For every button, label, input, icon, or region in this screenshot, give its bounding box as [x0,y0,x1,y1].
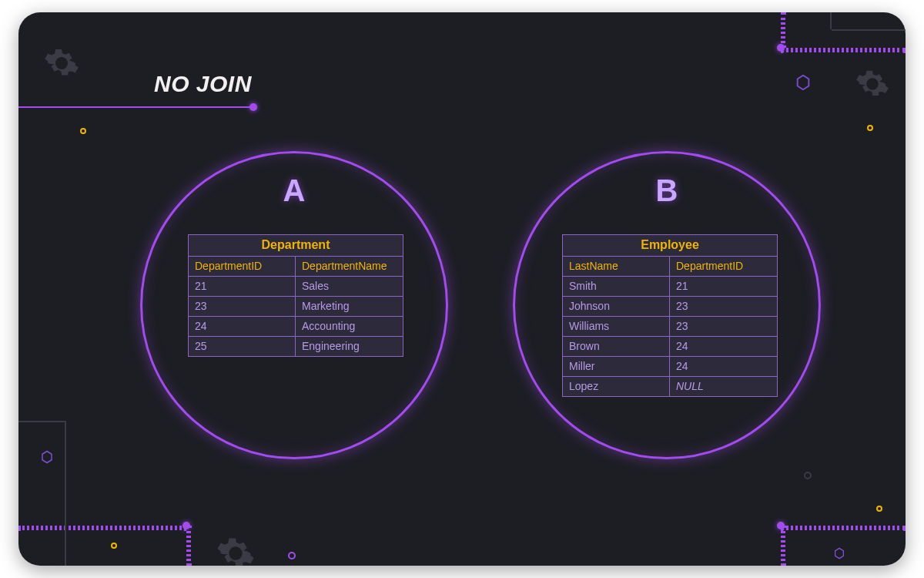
cell: Accounting [296,316,403,336]
cell: 21 [670,276,777,296]
decor-line [781,48,906,52]
set-label-a: A [283,173,306,208]
cell: 23 [189,296,296,316]
gear-icon [855,66,890,102]
table-row: Miller 24 [563,356,777,376]
cell: Miller [563,356,670,376]
table-employee: Employee LastName DepartmentID Smith 21 … [562,234,778,397]
table-row: 25 Engineering [189,336,403,356]
decor-line [186,526,191,566]
col-header: LastName [563,257,670,276]
hexagon-icon [40,450,54,464]
cell: 25 [189,336,296,356]
cell: Engineering [296,336,403,356]
decor-line [781,526,785,566]
decor-line [18,421,65,422]
cell: Marketing [296,296,403,316]
cell: Brown [563,336,670,356]
dot-icon [804,472,812,479]
decor-node [777,44,785,52]
table-row: 21 Sales [189,276,403,296]
title-underline [18,106,253,108]
hexagon-icon [833,547,845,560]
cell: 24 [189,316,296,336]
cell: Smith [563,276,670,296]
dot-icon [288,552,296,560]
col-header: DepartmentName [296,257,403,276]
col-header: DepartmentID [670,257,777,276]
diagram-frame: NO JOIN A B Department DepartmentID Depa… [18,12,906,566]
dot-icon [867,125,873,131]
cell: 23 [670,296,777,316]
table-header-row: DepartmentID DepartmentName [189,257,403,276]
table-row: Williams 23 [563,316,777,336]
cell: 24 [670,336,777,356]
col-header: DepartmentID [189,257,296,276]
cell: Lopez [563,376,670,396]
decor-line [781,12,785,48]
table-row: 23 Marketing [189,296,403,316]
table-row: Lopez NULL [563,376,777,396]
dot-icon [111,543,117,549]
decor-line [781,526,906,530]
gear-icon [43,45,80,82]
set-label-b: B [656,173,678,208]
table-row: 24 Accounting [189,316,403,336]
page-title: NO JOIN [154,71,252,97]
cell: Williams [563,316,670,336]
cell-null: NULL [670,376,777,396]
table-header-row: LastName DepartmentID [563,257,777,276]
decor-line [832,29,906,31]
title-underline-dot [249,103,257,111]
cell: 23 [670,316,777,336]
gear-icon [216,533,256,566]
decor-node [777,522,785,529]
table-row: Brown 24 [563,336,777,356]
decor-line [830,12,832,29]
cell: 21 [189,276,296,296]
table-department: Department DepartmentID DepartmentName 2… [188,234,403,357]
hexagon-icon [795,74,812,91]
table-caption: Department [189,235,403,257]
dot-icon [876,506,882,512]
cell: 24 [670,356,777,376]
table-row: Johnson 23 [563,296,777,316]
decor-line [18,526,186,530]
decor-node [182,522,190,529]
cell: Sales [296,276,403,296]
dot-icon [80,128,86,134]
cell: Johnson [563,296,670,316]
decor-line [65,421,66,566]
table-row: Smith 21 [563,276,777,296]
table-caption: Employee [563,235,777,257]
